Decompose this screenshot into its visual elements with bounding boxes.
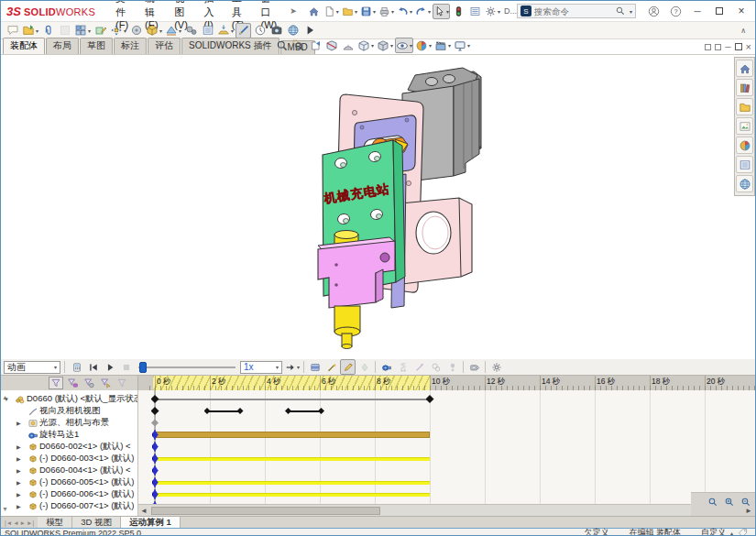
pin-menu-icon[interactable]: ➤ <box>290 6 297 16</box>
display-style-button[interactable]: ▾ <box>376 38 394 53</box>
dropdown-caret-icon[interactable]: ▾ <box>231 27 234 34</box>
collapsed-arrow-icon[interactable]: ▶ <box>16 420 21 426</box>
print-button[interactable]: ▾ <box>378 4 395 19</box>
part-005-track[interactable] <box>138 476 755 488</box>
taskpane-view-palette[interactable] <box>736 117 753 135</box>
search-caret-icon[interactable]: ▾ <box>630 8 632 15</box>
tree-item-8[interactable]: ▶(-) D0660-006<1> (默认) <box>1 488 137 500</box>
dropdown-caret-icon[interactable]: ▾ <box>410 42 412 49</box>
scrollbar-thumb[interactable] <box>151 507 380 515</box>
dropdown-caret-icon[interactable]: ▾ <box>355 8 357 15</box>
tree-item-2[interactable]: ▶光源、相机与布景 <box>1 417 137 429</box>
dynamic-annotation-button[interactable] <box>340 38 356 53</box>
search-icon[interactable] <box>615 5 626 16</box>
collapsed-arrow-icon[interactable]: ▶ <box>16 503 21 509</box>
slider-thumb[interactable] <box>139 362 147 373</box>
assembly-3d-model[interactable]: 机械充电站 <box>292 57 489 359</box>
dropdown-caret-icon[interactable]: ▾ <box>448 42 451 49</box>
doc-window-icon2[interactable] <box>715 44 721 50</box>
dropdown-caret-icon[interactable]: ▾ <box>297 364 300 370</box>
start-key[interactable] <box>152 442 159 452</box>
status-custom-caret-icon[interactable]: ▴ <box>730 530 733 536</box>
collapsed-arrow-icon[interactable]: ▶ <box>16 467 21 474</box>
taskpane-custom-properties[interactable] <box>736 156 753 173</box>
collapsed-arrow-icon[interactable]: ▶ <box>16 455 21 462</box>
dropdown-caret-icon[interactable]: ▾ <box>428 8 431 15</box>
auto-key-button[interactable] <box>340 359 356 375</box>
lights-track[interactable] <box>138 417 755 429</box>
select-button[interactable]: ▾ <box>433 4 450 19</box>
taskpane-design-library[interactable] <box>736 79 753 96</box>
save-button[interactable]: ▾ <box>359 4 377 19</box>
start-key[interactable] <box>151 420 159 427</box>
assembly-features-button[interactable]: ▾ <box>145 23 163 38</box>
model-shaft-part[interactable] <box>334 306 360 349</box>
apply-scene-button[interactable]: ▾ <box>433 38 452 53</box>
command-search[interactable]: S ▾ <box>517 4 636 18</box>
timeline-area[interactable]: ◄ ► <box>138 390 755 516</box>
search-input[interactable] <box>534 6 612 16</box>
tree-item-5[interactable]: ▶(-) D0660-003<1> (默认) <box>1 453 137 465</box>
dropdown-caret-icon[interactable]: ▾ <box>410 8 412 15</box>
dropdown-caret-icon[interactable]: ▾ <box>88 27 91 34</box>
tab-next-icon[interactable]: ► <box>20 520 26 526</box>
comment-button[interactable] <box>5 23 20 38</box>
part-002-track[interactable] <box>138 441 755 453</box>
tree-item-3[interactable]: 旋转马达1 <box>1 429 137 441</box>
large-design-review-button[interactable] <box>285 23 301 38</box>
start-key[interactable] <box>151 407 159 415</box>
section-view-button[interactable] <box>323 38 339 53</box>
tab-布局[interactable]: 布局 <box>46 38 79 54</box>
view-key[interactable] <box>285 408 291 414</box>
move-component-button[interactable]: ▾ <box>109 23 127 38</box>
dropdown-caret-icon[interactable]: ▾ <box>336 8 339 15</box>
new-motion-study-button[interactable] <box>183 23 199 38</box>
minimize-button[interactable]: ─ <box>687 4 707 19</box>
zoom-to-fit-button[interactable] <box>274 38 290 53</box>
model-base-block-part[interactable] <box>400 198 472 284</box>
dropdown-caret-icon[interactable]: ▾ <box>159 27 162 34</box>
taskpane-file-explorer[interactable] <box>736 98 753 115</box>
assembly-track[interactable] <box>138 393 755 405</box>
dropdown-caret-icon[interactable]: ▾ <box>124 27 126 34</box>
play-from-start-button[interactable] <box>85 359 101 375</box>
doc-restore-button[interactable] <box>735 43 742 50</box>
view-key[interactable] <box>204 408 211 414</box>
tree-item-9[interactable]: ▶(-) D0660-007<1> (默认) <box>1 500 137 512</box>
timeline-h-scrollbar[interactable]: ◄ <box>138 504 691 516</box>
start-key[interactable] <box>151 395 159 403</box>
take-snapshot-button[interactable] <box>268 23 284 38</box>
collapsed-arrow-icon[interactable]: ▶ <box>16 491 21 498</box>
dropdown-caret-icon[interactable]: ▾ <box>179 27 181 34</box>
part-006-track[interactable] <box>138 488 755 500</box>
collapsed-arrow-icon[interactable]: ▶ <box>16 479 21 486</box>
start-key[interactable] <box>152 477 159 487</box>
dropdown-caret-icon[interactable]: ▾ <box>391 8 394 15</box>
mate-button[interactable] <box>40 23 56 38</box>
doc-tab-1[interactable]: 3D 视图 <box>72 517 121 528</box>
start-key[interactable] <box>152 465 159 476</box>
motor-button[interactable] <box>378 359 394 375</box>
tree-item-4[interactable]: ▶D0660-002<1> (默认) < <box>1 441 137 453</box>
toolbar-overflow-label[interactable]: D... <box>504 6 517 16</box>
view-key[interactable] <box>237 408 244 414</box>
taskpane-resources[interactable] <box>736 60 753 77</box>
hide-show-items-button[interactable]: ▾ <box>395 38 413 53</box>
timeline-zoom-in-button[interactable] <box>721 494 737 509</box>
orientation-track[interactable] <box>138 405 755 417</box>
collapse-toolbar-button[interactable]: ∧ <box>740 27 746 35</box>
component-pattern-button[interactable]: ▾ <box>73 23 92 38</box>
tree-item-7[interactable]: ▶(-) D0660-005<1> (默认) <box>1 476 137 488</box>
status-tag-icon[interactable] <box>738 528 748 536</box>
yellow-change-bar[interactable] <box>155 457 430 461</box>
tab-SOLIDWORKS 插件[interactable]: SOLIDWORKS 插件 <box>181 38 279 54</box>
edit-component-button[interactable] <box>93 23 108 38</box>
view-key[interactable] <box>318 408 324 414</box>
doc-window-icon[interactable] <box>705 44 711 50</box>
filter-none-button[interactable] <box>49 377 63 389</box>
smart-fasteners-button[interactable] <box>128 23 144 38</box>
tab-prev-icon[interactable]: ◄ <box>13 520 18 526</box>
filter-selected-button[interactable] <box>98 377 113 389</box>
motor-track[interactable] <box>138 429 755 441</box>
tree-item-0[interactable]: ▼D0660 (默认) <默认_显示状态 <box>1 393 137 405</box>
